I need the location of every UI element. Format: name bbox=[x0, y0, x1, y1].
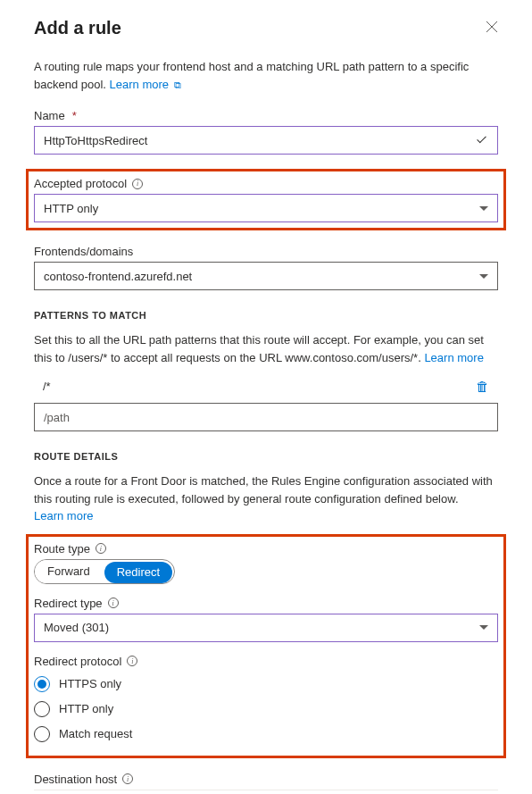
frontends-label: Frontends/domains bbox=[34, 245, 498, 258]
trash-icon[interactable]: 🗑 bbox=[476, 379, 489, 394]
route-details-heading: ROUTE DETAILS bbox=[34, 451, 498, 462]
info-icon[interactable]: i bbox=[122, 773, 133, 784]
route-type-redirect[interactable]: Redirect bbox=[104, 562, 172, 583]
info-icon[interactable]: i bbox=[96, 543, 106, 554]
radio-icon bbox=[34, 726, 50, 742]
pattern-row: /* 🗑 bbox=[34, 375, 498, 397]
redirect-protocol-label: Redirect protocol i bbox=[34, 655, 498, 668]
patterns-help: Set this to all the URL path patterns th… bbox=[34, 331, 498, 366]
frontends-value: contoso-frontend.azurefd.net bbox=[44, 270, 192, 283]
route-type-forward[interactable]: Forward bbox=[35, 560, 103, 583]
frontends-dropdown[interactable]: contoso-frontend.azurefd.net bbox=[34, 262, 498, 290]
chevron-down-icon bbox=[479, 274, 488, 279]
route-details-help: Once a route for a Front Door is matched… bbox=[34, 472, 498, 525]
protocol-dropdown[interactable]: HTTP only bbox=[34, 194, 498, 222]
route-details-learn-more-link[interactable]: Learn more bbox=[34, 509, 93, 522]
redirect-type-dropdown[interactable]: Moved (301) bbox=[34, 614, 498, 642]
pattern-value: /* bbox=[43, 380, 51, 393]
panel-title: Add a rule bbox=[34, 18, 121, 38]
redirect-type-label: Redirect type i bbox=[34, 597, 498, 610]
chevron-down-icon bbox=[479, 625, 488, 630]
name-input[interactable]: HttpToHttpsRedirect bbox=[34, 126, 498, 155]
redirect-protocol-http[interactable]: HTTP only bbox=[34, 697, 498, 722]
learn-more-link[interactable]: Learn more bbox=[110, 78, 169, 91]
info-icon[interactable]: i bbox=[132, 179, 143, 189]
patterns-learn-more-link[interactable]: Learn more bbox=[424, 351, 483, 364]
destination-host-label: Destination host i bbox=[34, 773, 498, 786]
intro-text: A routing rule maps your frontend host a… bbox=[34, 58, 498, 93]
pattern-placeholder: /path bbox=[44, 411, 70, 424]
protocol-label: Accepted protocol i bbox=[34, 177, 498, 190]
radio-icon bbox=[34, 701, 50, 717]
highlight-accepted-protocol: Accepted protocol i HTTP only bbox=[26, 169, 506, 230]
name-value: HttpToHttpsRedirect bbox=[44, 134, 147, 147]
route-type-toggle: Forward Redirect bbox=[34, 559, 175, 584]
radio-checked-icon bbox=[34, 676, 50, 692]
close-icon bbox=[486, 21, 498, 33]
checkmark-icon bbox=[476, 134, 488, 146]
external-link-icon: ⧉ bbox=[174, 79, 181, 90]
highlight-route-details: Route type i Forward Redirect Redirect t… bbox=[26, 534, 506, 758]
route-type-label: Route type i bbox=[34, 542, 498, 556]
divider bbox=[34, 790, 498, 790]
info-icon[interactable]: i bbox=[127, 656, 137, 666]
redirect-protocol-https[interactable]: HTTPS only bbox=[34, 672, 498, 697]
close-button[interactable] bbox=[486, 21, 498, 36]
intro-copy: A routing rule maps your frontend host a… bbox=[34, 60, 469, 91]
pattern-input[interactable]: /path bbox=[34, 403, 498, 431]
redirect-type-value: Moved (301) bbox=[44, 621, 109, 634]
chevron-down-icon bbox=[479, 206, 488, 211]
redirect-protocol-match[interactable]: Match request bbox=[34, 722, 498, 747]
info-icon[interactable]: i bbox=[108, 598, 119, 608]
name-label: Name* bbox=[34, 109, 498, 122]
patterns-heading: PATTERNS TO MATCH bbox=[34, 310, 498, 321]
protocol-value: HTTP only bbox=[44, 202, 98, 215]
required-indicator: * bbox=[72, 109, 77, 122]
